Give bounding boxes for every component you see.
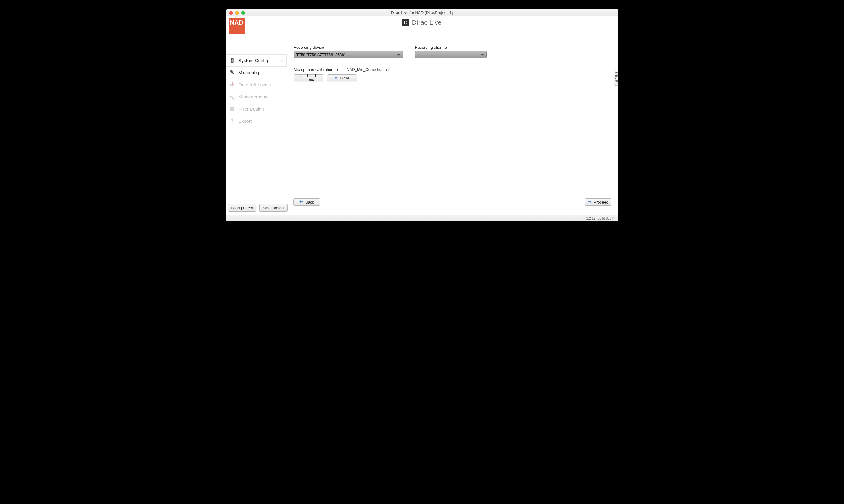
button-label: Save project [262, 206, 285, 210]
nav-buttons: Back Proceed [293, 198, 612, 206]
calibration-file-name: NAD_Mic_Correction.txt [346, 67, 389, 72]
help-tab-label: HELP [615, 72, 618, 83]
sidebar-item-filter-design[interactable]: Filter Design [226, 103, 287, 115]
sidebar: System Config ✓ Mic config Output & Leve… [226, 36, 287, 215]
button-label: Load file [304, 73, 319, 83]
measurements-icon [228, 93, 236, 101]
calibration-buttons: Load file ✕ Clear [294, 74, 609, 82]
device-row: Recording device T758 'T758 A77T75812538… [294, 45, 609, 58]
clear-button[interactable]: ✕ Clear [327, 74, 357, 82]
sidebar-item-label: System Config [239, 58, 268, 63]
project-buttons: Load project Save project [228, 204, 288, 212]
titlebar: Dirac Live for NAD (DiracProject_1) [226, 9, 618, 16]
svg-rect-7 [230, 107, 234, 111]
calibration-label: Microphone calibration file: [294, 67, 341, 72]
output-icon [228, 80, 236, 88]
button-label: Load project [231, 206, 253, 210]
check-icon: ✓ [280, 57, 284, 63]
sidebar-item-label: Measurements [239, 94, 269, 100]
microphone-icon [228, 69, 236, 76]
sidebar-item-system-config[interactable]: System Config ✓ [226, 54, 287, 66]
filter-icon [228, 105, 236, 113]
arrow-right-icon [587, 200, 591, 204]
recording-channel-group: Recording channel [415, 45, 488, 58]
main-body: HELP System Config ✓ Mic config Outpu [226, 36, 618, 215]
svg-point-3 [230, 70, 232, 73]
upload-icon [298, 76, 302, 80]
sidebar-item-mic-config[interactable]: Mic config [226, 66, 287, 78]
sidebar-item-label: Output & Levels [239, 82, 271, 87]
back-button[interactable]: Back [293, 198, 320, 206]
x-icon: ✕ [334, 76, 338, 80]
dropdown-value: T758 'T758 A77T75812538' [296, 52, 345, 57]
svg-point-2 [231, 60, 233, 62]
arrow-left-icon [299, 200, 303, 204]
calibration-row: Microphone calibration file: NAD_Mic_Cor… [294, 67, 609, 72]
recording-channel-label: Recording channel [415, 45, 488, 50]
recording-device-dropdown[interactable]: T758 'T758 A77T75812538' [294, 51, 403, 58]
sidebar-item-label: Filter Design [239, 106, 264, 111]
status-bar: 1.2.19 (Build 8687) [226, 215, 618, 221]
sidebar-item-label: Export [239, 119, 252, 124]
version-text: 1.2.19 (Build 8687) [586, 217, 615, 220]
app-window: Dirac Live for NAD (DiracProject_1) NAD … [226, 9, 618, 221]
sidebar-item-output-levels[interactable]: Output & Levels [226, 78, 287, 91]
recording-channel-dropdown[interactable] [415, 51, 486, 58]
sidebar-item-export[interactable]: Export [226, 115, 287, 127]
proceed-button[interactable]: Proceed [585, 198, 612, 206]
button-label: Clear [340, 76, 349, 80]
window-title: Dirac Live for NAD (DiracProject_1) [226, 10, 618, 15]
sidebar-item-label: Mic config [239, 70, 259, 75]
recording-device-label: Recording device [294, 45, 403, 50]
load-project-button[interactable]: Load project [228, 204, 257, 212]
button-label: Back [305, 200, 314, 204]
svg-rect-6 [231, 83, 233, 85]
brand-bar: NAD Dirac Live [226, 16, 618, 36]
app-brand-text: Dirac Live [412, 19, 442, 26]
help-tab[interactable]: HELP [614, 69, 618, 86]
export-icon [228, 117, 236, 125]
save-project-button[interactable]: Save project [259, 204, 288, 212]
svg-point-1 [231, 59, 233, 60]
sidebar-item-measurements[interactable]: Measurements [226, 91, 287, 103]
app-brand: Dirac Live [226, 19, 618, 26]
recording-device-group: Recording device T758 'T758 A77T75812538… [294, 45, 403, 58]
speaker-icon [228, 56, 236, 64]
svg-rect-4 [231, 72, 234, 74]
load-file-button[interactable]: Load file [294, 74, 324, 82]
dirac-logo-icon [402, 19, 409, 26]
button-label: Proceed [593, 200, 608, 204]
content-area: Recording device T758 'T758 A77T75812538… [287, 36, 618, 215]
